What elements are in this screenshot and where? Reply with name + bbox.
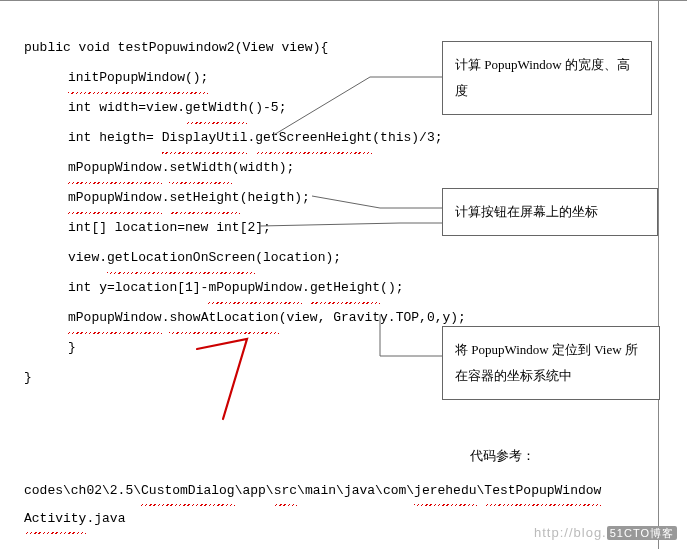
path-line-1: codes\ch02\2.5\CustomDialog\app\src\main… (24, 477, 654, 505)
path-text: src (274, 477, 297, 505)
code-line: initPopupWindow(); (24, 63, 444, 93)
code-block: public void testPopuwindow2(View view){ … (24, 33, 444, 393)
code-text: int y=location[1]- (68, 280, 208, 295)
code-reference-label: 代码参考： (470, 447, 535, 465)
callout-text: 计算按钮在屏幕上的坐标 (455, 204, 598, 219)
path-text: jerehedu (414, 477, 476, 505)
code-text: DisplayUtil (162, 123, 248, 153)
code-brace: } (68, 340, 76, 355)
code-line: int y=location[1]-mPopupWindow.getHeight… (24, 273, 444, 303)
path-text: CustomDialog (141, 477, 235, 505)
code-line: mPopupWindow.setWidth(width); (24, 153, 444, 183)
code-text: mPopupWindow (208, 273, 302, 303)
code-text: . (162, 310, 170, 325)
page-right-border (658, 1, 659, 549)
code-line: } (24, 363, 444, 393)
path-text: .java (86, 511, 125, 526)
code-text: ()-5; (247, 100, 286, 115)
code-text: int[] location=new int[2]; (68, 220, 271, 235)
code-line: int width=view.getWidth()-5; (24, 93, 444, 123)
code-text: . (302, 280, 310, 295)
code-line: } (24, 333, 444, 363)
code-line: int heigth= DisplayUtil.getScreenHeight(… (24, 123, 444, 153)
callout-box-1: 计算 PopupWindow 的宽度、高度 (442, 41, 652, 115)
code-text: int heigth= (68, 130, 162, 145)
code-text: showAtLocation (169, 303, 278, 333)
watermark-prefix: http://blog. (534, 525, 607, 540)
code-text: setWidth (169, 153, 231, 183)
callout-text: 代码参考： (470, 448, 535, 463)
code-text: getHeight (310, 273, 380, 303)
code-text: initPopupWindow(); (68, 63, 208, 93)
callout-text: 将 PopupWindow 定位到 View 所在容器的坐标系统中 (455, 342, 638, 383)
code-brace: } (24, 370, 32, 385)
code-text: (); (380, 280, 403, 295)
code-text: (view, Gravity.TOP,0,y); (279, 310, 466, 325)
path-text: \main\java\com\ (297, 483, 414, 498)
code-text: mPopupWindow (68, 183, 162, 213)
watermark: http://blog.51CTO博客 (534, 525, 677, 541)
code-line: public void testPopuwindow2(View view){ (24, 33, 444, 63)
code-line: int[] location=new int[2]; (24, 213, 444, 243)
code-line: mPopupWindow.showAtLocation(view, Gravit… (24, 303, 444, 333)
path-text: codes\ch02\2.5\ (24, 483, 141, 498)
code-text: public void testPopuwindow2(View view){ (24, 40, 328, 55)
code-line: mPopupWindow.setHeight(heigth); (24, 183, 444, 213)
callout-text: 计算 PopupWindow 的宽度、高度 (455, 57, 630, 98)
code-text: setHeight (169, 183, 239, 213)
code-text: getWidth (185, 93, 247, 123)
code-text: . (162, 190, 170, 205)
path-text: TestPopupWindow (484, 477, 601, 505)
callout-box-2: 计算按钮在屏幕上的坐标 (442, 188, 658, 236)
code-text: getScreenHeight (255, 123, 372, 153)
code-text: (location); (255, 250, 341, 265)
code-text: int width=view. (68, 100, 185, 115)
callout-box-3: 将 PopupWindow 定位到 View 所在容器的坐标系统中 (442, 326, 660, 400)
path-text: \ (477, 483, 485, 498)
code-text: view. (68, 250, 107, 265)
code-text: getLocationOnScreen (107, 243, 255, 273)
code-text: (heigth); (240, 190, 310, 205)
code-text: mPopupWindow (68, 303, 162, 333)
path-text: \app\ (235, 483, 274, 498)
code-text: . (162, 160, 170, 175)
watermark-badge: 51CTO博客 (607, 526, 677, 540)
code-line: view.getLocationOnScreen(location); (24, 243, 444, 273)
code-text: (this)/3; (372, 130, 442, 145)
code-text: mPopupWindow (68, 153, 162, 183)
code-text: . (247, 130, 255, 145)
path-text: Activity (24, 505, 86, 533)
code-text: (width); (232, 160, 294, 175)
